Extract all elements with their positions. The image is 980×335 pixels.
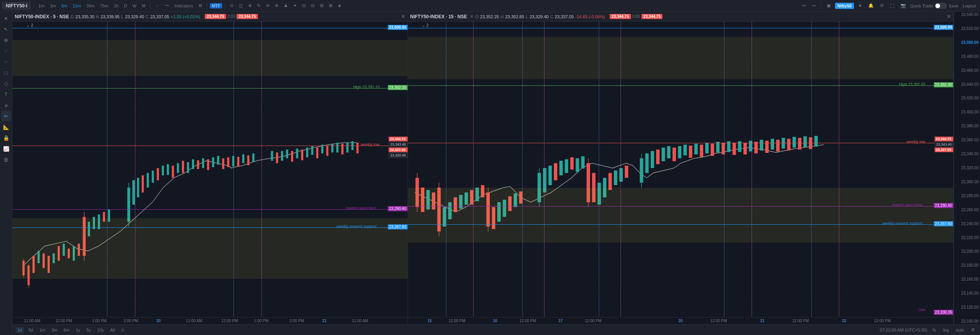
bell-button[interactable]: 🔔 xyxy=(866,2,876,9)
sidebar-line-icon[interactable]: ⟋ xyxy=(1,46,11,56)
timestamp: 07:22:00 AM (UTC+5:30) xyxy=(880,328,928,332)
tf-3m-bot[interactable]: 3m xyxy=(50,327,59,333)
tf-M[interactable]: M xyxy=(140,3,147,9)
price-23280: 23,280.00 xyxy=(956,194,978,198)
chart-close-right[interactable]: ✕ xyxy=(947,14,951,19)
legend-arrow-left: ⌄ xyxy=(26,23,29,28)
price-label-high-right: 23,392.30 xyxy=(934,82,954,87)
vline-2 xyxy=(233,22,234,324)
undo-button[interactable]: ↩ xyxy=(800,2,808,9)
quick-trade-label: Quick Trade xyxy=(910,3,933,8)
high-annotation-left: High 23,391.10 xyxy=(353,85,380,89)
time-1100am: 11:00 AM xyxy=(24,319,40,323)
template-tool[interactable]: ⊞ xyxy=(197,2,204,9)
wave-tool[interactable]: 〜 xyxy=(163,2,171,9)
tf-5m[interactable]: 5m xyxy=(59,3,69,9)
line-tool[interactable]: ⟋ xyxy=(153,3,161,9)
logout-button[interactable]: Logout xyxy=(961,3,978,9)
candle xyxy=(247,155,250,165)
tf-1h[interactable]: 1h xyxy=(112,3,120,9)
sidebar-chart-icon[interactable]: 📈 xyxy=(1,144,11,154)
mtf-badge[interactable]: MTF xyxy=(210,3,223,9)
quick-trade-toggle[interactable] xyxy=(935,3,947,9)
sidebar-circle-icon[interactable]: ⌀ xyxy=(1,100,11,110)
price-23340: 23,340.00 xyxy=(956,152,978,156)
tf-6m-bot[interactable]: 6m xyxy=(62,327,71,333)
sidebar-diamond-icon[interactable]: ◇ xyxy=(1,78,11,89)
tf-1m[interactable]: 1m xyxy=(36,3,46,9)
tf-1m-bot[interactable]: 1m xyxy=(38,327,47,333)
compare-icon[interactable]: ⎙ xyxy=(119,327,126,333)
sidebar-pencil-icon[interactable]: ✏ xyxy=(1,111,11,121)
redo-button[interactable]: ↪ xyxy=(810,2,818,9)
auto-btn[interactable]: auto xyxy=(954,327,966,333)
tf-5d[interactable]: 5d xyxy=(26,327,35,333)
time-1100am-2: 11:00 AM xyxy=(186,319,202,323)
indicators-button[interactable]: Indicators xyxy=(173,3,195,9)
icon-btn-11[interactable]: ⊞ xyxy=(318,2,325,9)
percent-btn[interactable]: % xyxy=(930,327,938,333)
price-23380: 23,380.00 xyxy=(956,124,978,128)
symbol-button[interactable]: NIFTY50-I xyxy=(2,2,31,10)
candle xyxy=(548,166,552,185)
layout-button[interactable]: ▣ xyxy=(825,2,833,9)
chart-right-low: 23,329.40 xyxy=(530,14,549,19)
chart-right-canvas[interactable]: 23,500.00 23,392.30 High 23,391.65 weekl… xyxy=(408,22,954,324)
icon-btn-3[interactable]: ⊕ xyxy=(246,2,254,9)
camera-button[interactable]: 📷 xyxy=(899,2,908,9)
tf-5y-bot[interactable]: 5y xyxy=(85,327,93,333)
low-annotation-right: Low xyxy=(918,307,925,312)
icon-btn-1[interactable]: ⊙ xyxy=(228,2,235,9)
gear-btn[interactable]: ⚙ xyxy=(969,326,977,333)
tf-all-bot[interactable]: All xyxy=(108,327,117,333)
icon-btn-2[interactable]: ◫ xyxy=(237,2,245,9)
icon-btn-10[interactable]: ⊟ xyxy=(309,2,316,9)
tf-D[interactable]: D xyxy=(122,3,129,9)
sidebar-arrow-icon[interactable]: ↖ xyxy=(1,24,11,34)
icon-btn-8[interactable]: ✦ xyxy=(291,2,299,9)
tf-15m[interactable]: 15m xyxy=(71,3,83,9)
price-23440: 23,440.00 xyxy=(956,82,978,87)
candle xyxy=(570,157,574,169)
icon-btn-9[interactable]: ⊡ xyxy=(300,2,308,9)
tf-10y-bot[interactable]: 10y xyxy=(95,327,106,333)
star-button[interactable]: ★ xyxy=(856,2,864,9)
fullscreen-button[interactable]: ⛶ xyxy=(888,3,896,9)
candle xyxy=(207,159,209,170)
time-r1200-1: 12:00 PM xyxy=(449,319,465,323)
settings-button[interactable]: ⚙ xyxy=(878,2,886,9)
icon-btn-4[interactable]: ↻ xyxy=(255,2,263,9)
chart-left-l-label: L xyxy=(121,14,123,19)
icon-btn-5[interactable]: ⊘ xyxy=(264,2,271,9)
candle xyxy=(760,140,763,151)
sidebar-cursor-icon[interactable]: ✕ xyxy=(1,13,11,23)
vline-rp1 xyxy=(473,22,474,324)
sidebar-crosshair-icon[interactable]: ⊕ xyxy=(1,35,11,45)
icon-btn-12[interactable]: ⊠ xyxy=(327,2,334,9)
sidebar-rect-icon[interactable]: □ xyxy=(1,68,11,78)
sidebar-trash-icon[interactable]: 🗑 xyxy=(1,154,11,165)
tf-1y-bot[interactable]: 1y xyxy=(74,327,82,333)
tf-75m[interactable]: 75m xyxy=(98,3,110,9)
weekly-support-annotation-left: weekly nearest support xyxy=(337,224,377,229)
chart-left-canvas[interactable]: 23,500.00 23,392.30 High 23,391.10 weekl… xyxy=(12,22,408,324)
tf-3m[interactable]: 3m xyxy=(48,3,58,9)
sidebar-lock-icon[interactable]: 🔒 xyxy=(1,133,11,143)
log-btn[interactable]: log xyxy=(941,327,951,333)
tf-W[interactable]: W xyxy=(131,3,138,9)
price-label-weekly-support-left: 23,267.60 xyxy=(388,224,408,229)
tf-1d[interactable]: 1d xyxy=(16,327,24,333)
vline-rp2 xyxy=(544,22,544,324)
icon-btn-7[interactable]: ♟ xyxy=(282,2,290,9)
icon-btn-6[interactable]: ⊗ xyxy=(273,2,280,9)
left-price-tag1: 23,344.75 xyxy=(205,14,226,19)
chart-close-left[interactable]: ✕ xyxy=(401,14,405,19)
separator xyxy=(821,2,821,9)
sidebar-text-icon[interactable]: T xyxy=(1,89,11,99)
sidebar-ruler-icon[interactable]: 📐 xyxy=(1,122,11,132)
sidebar-hline-icon[interactable]: − xyxy=(1,57,11,67)
time-r1200-3: 12:00 PM xyxy=(585,319,601,323)
tf-30m[interactable]: 30m xyxy=(85,3,97,9)
main-layout: ✕ ↖ ⊕ ⟋ − □ ◇ T ⌀ ✏ 📐 🔒 📈 🗑 NIFTY50-INDE… xyxy=(0,12,980,335)
icon-btn-13[interactable]: ◈ xyxy=(336,2,343,9)
